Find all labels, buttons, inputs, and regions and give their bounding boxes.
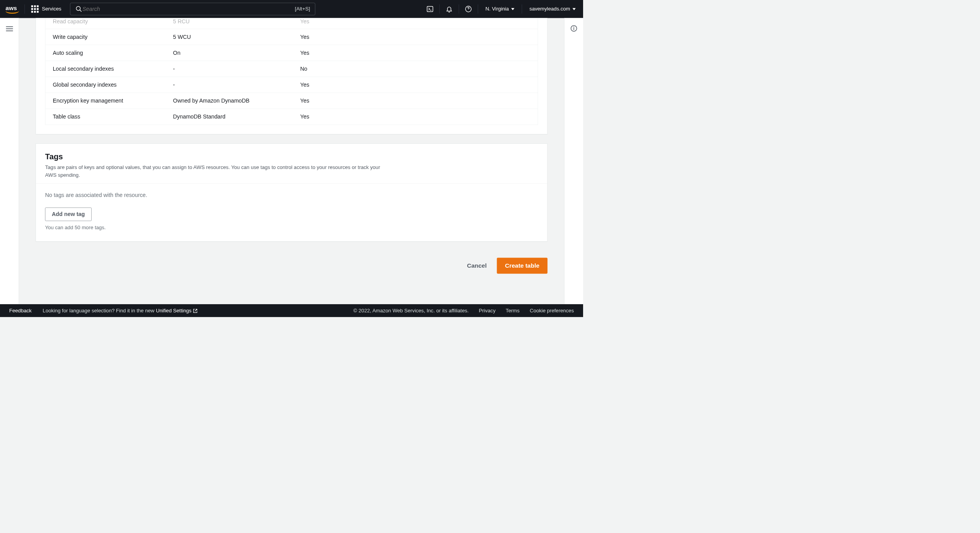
unified-settings-link[interactable]: Unified Settings [156,308,197,314]
setting-editable: Yes [300,82,530,88]
table-row: Write capacity 5 WCU Yes [45,29,538,45]
setting-label: Read capacity [53,18,173,25]
setting-label: Table class [53,113,173,120]
privacy-link[interactable]: Privacy [479,308,496,314]
setting-editable: Yes [300,34,530,40]
top-navigation: aws Services [Alt+S] N. Virginia savemyl… [0,0,583,18]
tags-empty-message: No tags are associated with the resource… [45,192,538,199]
tags-description: Tags are pairs of keys and optional valu… [45,164,383,179]
settings-panel: Read capacity 5 RCU Yes Write capacity 5… [36,18,548,134]
table-row: Encryption key management Owned by Amazo… [45,93,538,109]
table-row: Global secondary indexes - Yes [45,77,538,93]
services-label: Services [42,6,61,12]
help-icon [465,5,472,12]
table-row: Read capacity 5 RCU Yes [45,18,538,29]
create-table-button[interactable]: Create table [497,258,547,273]
setting-value: Owned by Amazon DynamoDB [173,98,300,104]
footer: Feedback Looking for language selection?… [0,304,583,317]
setting-editable: Yes [300,98,530,104]
chevron-down-icon [573,8,576,10]
help-button[interactable] [459,5,478,12]
setting-value: - [173,82,300,88]
notifications-button[interactable] [440,5,459,12]
services-menu[interactable]: Services [25,5,68,13]
tags-heading: Tags [45,152,538,161]
setting-value: 5 RCU [173,18,300,25]
setting-value: On [173,50,300,56]
add-new-tag-button[interactable]: Add new tag [45,207,91,221]
svg-point-0 [76,7,80,10]
external-link-icon [193,308,197,313]
setting-label: Write capacity [53,34,173,40]
search-icon [75,5,82,12]
table-row: Auto scaling On Yes [45,45,538,61]
search-input[interactable] [82,6,295,12]
info-icon[interactable] [570,25,577,32]
main-content: Read capacity 5 RCU Yes Write capacity 5… [19,18,564,304]
search-shortcut: [Alt+S] [295,6,310,12]
feedback-link[interactable]: Feedback [9,308,31,314]
form-actions: Cancel Create table [36,251,548,288]
svg-point-8 [574,27,574,27]
cookie-preferences-link[interactable]: Cookie preferences [530,308,574,314]
setting-value: - [173,66,300,72]
table-row: Table class DynamoDB Standard Yes [45,109,538,125]
search-box[interactable]: [Alt+S] [70,3,315,15]
lang-prompt: Looking for language selection? Find it … [43,308,197,314]
cloudshell-icon [426,5,433,12]
tags-panel: Tags Tags are pairs of keys and optional… [36,143,548,241]
help-panel-collapsed [564,18,583,304]
setting-label: Global secondary indexes [53,82,173,88]
region-label: N. Virginia [486,6,509,12]
account-selector[interactable]: savemyleads.com [522,6,583,12]
tags-hint: You can add 50 more tags. [45,225,538,230]
setting-label: Auto scaling [53,50,173,56]
svg-line-1 [80,10,81,11]
setting-value: DynamoDB Standard [173,113,300,120]
sidebar-toggle[interactable] [6,25,13,304]
grid-icon [31,5,38,13]
setting-editable: Yes [300,50,530,56]
setting-value: 5 WCU [173,34,300,40]
table-row: Local secondary indexes - No [45,61,538,77]
sidebar-collapsed [0,18,19,304]
account-label: savemyleads.com [529,6,570,12]
setting-editable: Yes [300,18,530,25]
region-selector[interactable]: N. Virginia [478,6,522,12]
setting-editable: No [300,66,530,72]
setting-label: Encryption key management [53,98,173,104]
bell-icon [445,5,452,12]
aws-logo[interactable]: aws [0,5,24,14]
cloudshell-button[interactable] [421,5,440,12]
copyright: © 2022, Amazon Web Services, Inc. or its… [353,308,469,314]
chevron-down-icon [511,8,514,10]
setting-label: Local secondary indexes [53,66,173,72]
setting-editable: Yes [300,113,530,120]
cancel-button[interactable]: Cancel [465,258,489,273]
terms-link[interactable]: Terms [506,308,520,314]
